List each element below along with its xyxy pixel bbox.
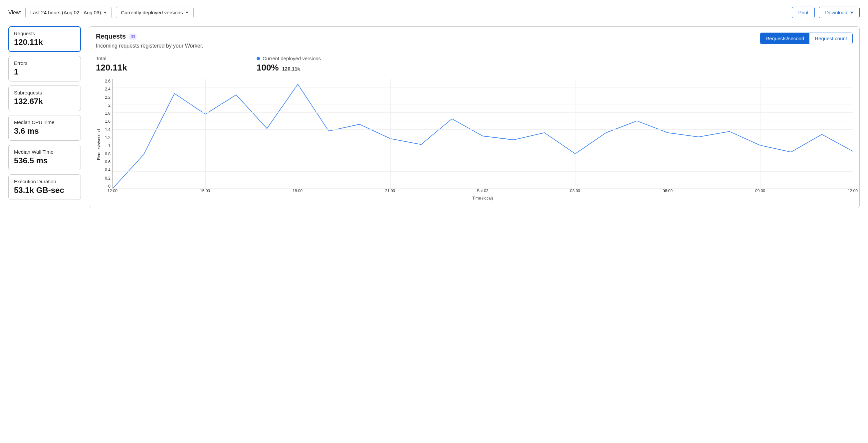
- legend-dot-icon: [257, 57, 260, 60]
- top-bar-left: View: Last 24 hours (Aug 02 - Aug 03) Cu…: [8, 7, 194, 18]
- card-median-cpu[interactable]: Median CPU Time 3.6 ms: [8, 115, 81, 141]
- card-value: 53.1k GB-sec: [14, 185, 75, 195]
- panel-title-row: Requests: [96, 33, 204, 40]
- download-label: Download: [825, 10, 847, 15]
- chart-inner: 2.62.42.221.81.61.41.210.80.60.40.20 12:…: [101, 79, 853, 201]
- time-range-text: Last 24 hours (Aug 02 - Aug 03): [30, 10, 101, 15]
- card-value: 132.67k: [14, 97, 75, 106]
- deployed-label: Current deployed versions: [262, 56, 321, 61]
- toggle-request-count[interactable]: Request count: [809, 33, 852, 44]
- versions-filter-select[interactable]: Currently deployed versions: [116, 7, 194, 18]
- card-requests[interactable]: Requests 120.11k: [8, 26, 81, 52]
- card-exec-duration[interactable]: Execution Duration 53.1k GB-sec: [8, 174, 81, 200]
- main-layout: Requests 120.11k Errors 1 Subrequests 13…: [8, 26, 860, 208]
- chevron-down-icon: [850, 12, 854, 14]
- main-panel: Requests Incoming requests registered by…: [89, 26, 860, 208]
- top-bar-right: Print Download: [792, 7, 860, 18]
- card-label: Median CPU Time: [14, 120, 75, 125]
- card-label: Median Wall Time: [14, 149, 75, 155]
- card-value: 120.11k: [14, 38, 75, 47]
- card-label: Subrequests: [14, 90, 75, 96]
- panel-title: Requests: [96, 33, 126, 40]
- deployed-percent: 100%: [257, 63, 279, 73]
- stat-label: Total: [96, 56, 127, 61]
- x-axis-title: Time (local): [113, 196, 853, 201]
- print-label: Print: [798, 10, 808, 15]
- chart: Requests/second 2.62.42.221.81.61.41.210…: [96, 79, 853, 201]
- chevron-down-icon: [103, 12, 107, 14]
- card-median-wall[interactable]: Median Wall Time 536.5 ms: [8, 145, 81, 170]
- docs-icon[interactable]: [129, 34, 136, 40]
- card-value: 1: [14, 67, 75, 76]
- download-button[interactable]: Download: [819, 7, 860, 18]
- card-label: Execution Duration: [14, 179, 75, 184]
- card-subrequests[interactable]: Subrequests 132.67k: [8, 86, 81, 111]
- metrics-sidebar: Requests 120.11k Errors 1 Subrequests 13…: [8, 26, 81, 200]
- deployed-count: 120.11k: [282, 66, 300, 71]
- top-bar: View: Last 24 hours (Aug 02 - Aug 03) Cu…: [8, 7, 860, 18]
- panel-subtitle: Incoming requests registered by your Wor…: [96, 43, 204, 49]
- toggle-requests-per-second[interactable]: Requests/second: [760, 33, 809, 44]
- stat-value-row: 100% 120.11k: [257, 63, 321, 73]
- metric-toggle: Requests/second Request count: [760, 33, 853, 44]
- card-errors[interactable]: Errors 1: [8, 56, 81, 81]
- stats-row: Total 120.11k Current deployed versions …: [96, 56, 853, 73]
- panel-header-left: Requests Incoming requests registered by…: [96, 33, 204, 56]
- card-value: 536.5 ms: [14, 156, 75, 165]
- stat-total: Total 120.11k: [96, 56, 141, 73]
- plot-area[interactable]: [113, 79, 853, 189]
- stat-deployed: Current deployed versions 100% 120.11k: [247, 56, 334, 73]
- view-label: View:: [8, 10, 21, 15]
- x-axis-ticks: 12:0015:0018:0021:00Sat 0303:0006:0009:0…: [113, 189, 853, 195]
- y-axis-ticks: 2.62.42.221.81.61.41.210.80.60.40.20: [101, 79, 113, 189]
- versions-filter-text: Currently deployed versions: [121, 10, 183, 15]
- chart-area: 2.62.42.221.81.61.41.210.80.60.40.20: [101, 79, 853, 189]
- panel-header: Requests Incoming requests registered by…: [96, 33, 853, 56]
- card-label: Errors: [14, 60, 75, 66]
- stat-label: Current deployed versions: [257, 56, 321, 61]
- card-value: 3.6 ms: [14, 126, 75, 136]
- y-axis-title: Requests/second: [96, 79, 101, 201]
- time-range-select[interactable]: Last 24 hours (Aug 02 - Aug 03): [25, 7, 112, 18]
- card-label: Requests: [14, 31, 75, 36]
- stat-value: 120.11k: [96, 63, 127, 73]
- chevron-down-icon: [185, 12, 189, 14]
- print-button[interactable]: Print: [792, 7, 815, 18]
